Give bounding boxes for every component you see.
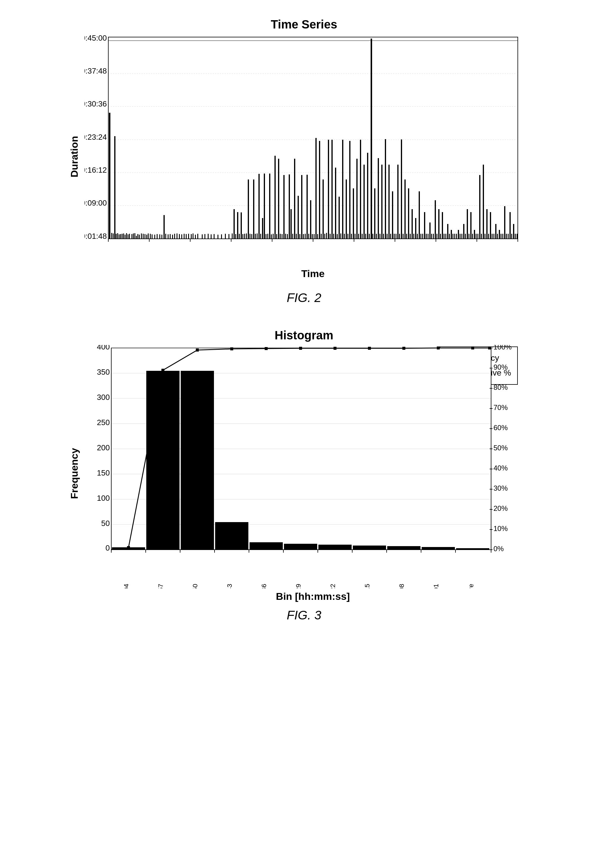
svg-rect-300 [215,522,248,550]
svg-rect-136 [308,234,309,239]
svg-rect-120 [280,234,281,239]
svg-rect-102 [248,180,249,239]
svg-rect-125 [289,174,290,239]
svg-rect-231 [478,234,478,239]
svg-rect-128 [294,159,295,239]
svg-rect-242 [497,234,498,239]
svg-rect-108 [259,174,260,239]
svg-rect-69 [165,234,166,239]
svg-rect-251 [513,224,514,239]
svg-rect-152 [337,234,338,239]
svg-rect-307 [456,548,489,550]
svg-rect-131 [299,234,300,239]
svg-rect-66 [159,234,160,239]
svg-rect-219 [456,234,457,239]
svg-rect-204 [430,223,431,239]
svg-rect-339 [402,347,405,350]
svg-rect-133 [303,234,304,239]
svg-rect-37 [109,113,110,239]
svg-text:00:08:43: 00:08:43 [226,584,233,588]
svg-rect-114 [269,174,270,239]
svg-rect-184 [394,234,395,239]
svg-rect-229 [474,230,475,239]
svg-rect-197 [417,234,418,239]
svg-text:150: 150 [97,468,110,477]
svg-rect-153 [338,197,340,239]
svg-text:00:02:57: 00:02:57 [157,584,164,588]
svg-rect-137 [310,200,311,239]
svg-rect-106 [255,234,256,239]
svg-rect-59 [144,234,146,239]
fig3-wrapper: Frequency Cumulative % Histogram Frequen… [37,329,571,622]
histogram-x-label: Bin [hh:mm:ss] [85,591,541,602]
svg-rect-207 [435,200,436,239]
svg-rect-161 [353,188,354,239]
svg-rect-80 [191,234,192,239]
svg-rect-148 [330,234,330,239]
svg-rect-62 [150,234,151,239]
svg-rect-72 [172,235,173,239]
svg-rect-138 [312,234,313,239]
svg-rect-87 [211,234,212,239]
svg-rect-233 [481,234,482,239]
svg-rect-303 [318,545,352,550]
svg-rect-71 [170,234,171,239]
svg-rect-88 [214,234,214,239]
svg-rect-298 [146,371,180,550]
svg-text:00:23:08: 00:23:08 [398,584,405,588]
svg-rect-64 [154,235,155,239]
svg-rect-337 [333,347,337,350]
svg-rect-193 [410,234,411,239]
svg-rect-91 [225,234,226,239]
svg-rect-124 [287,234,288,239]
svg-rect-299 [181,371,214,550]
svg-rect-228 [472,234,473,239]
svg-rect-244 [501,234,501,239]
svg-rect-67 [161,235,162,239]
svg-rect-109 [260,234,261,239]
svg-rect-73 [174,234,175,239]
fig2-caption: FIG. 2 [287,291,321,305]
svg-rect-160 [351,234,352,239]
svg-rect-205 [431,234,432,239]
svg-rect-145 [324,234,325,239]
svg-rect-48 [126,233,127,239]
histogram-area: Frequency 400 350 300 250 200 [67,345,541,602]
svg-rect-61 [148,234,149,239]
svg-rect-60 [146,235,147,239]
svg-rect-116 [273,234,274,239]
svg-rect-172 [372,234,373,239]
svg-text:200: 200 [97,443,110,452]
timeseries-x-label: Time [85,268,541,279]
svg-rect-248 [508,234,509,239]
svg-text:80%: 80% [493,383,508,391]
svg-text:00:11:36: 00:11:36 [260,584,268,588]
svg-rect-65 [157,234,158,239]
svg-rect-154 [340,234,341,239]
svg-rect-305 [387,546,420,550]
svg-rect-206 [433,234,434,239]
svg-text:90%: 90% [493,363,508,371]
svg-text:0: 0 [105,544,110,552]
svg-rect-100 [244,234,245,239]
svg-rect-57 [141,234,142,239]
svg-rect-198 [419,191,420,239]
svg-rect-171 [371,39,372,239]
svg-rect-140 [315,138,316,239]
svg-rect-129 [296,234,297,239]
svg-rect-155 [342,140,343,239]
svg-rect-223 [463,224,464,239]
svg-rect-101 [246,234,247,239]
svg-rect-95 [235,234,236,239]
svg-rect-78 [186,234,187,239]
svg-rect-0 [108,37,518,239]
svg-rect-41 [116,234,116,239]
svg-rect-76 [181,234,182,239]
timeseries-inner: 00:01:48 00:09:00 00:16:12 00:23:24 00:3… [85,34,541,279]
svg-rect-214 [447,224,448,239]
svg-rect-252 [515,234,516,239]
svg-rect-209 [438,209,439,239]
svg-rect-139 [314,234,315,239]
svg-rect-217 [453,234,453,239]
svg-rect-170 [369,234,370,239]
